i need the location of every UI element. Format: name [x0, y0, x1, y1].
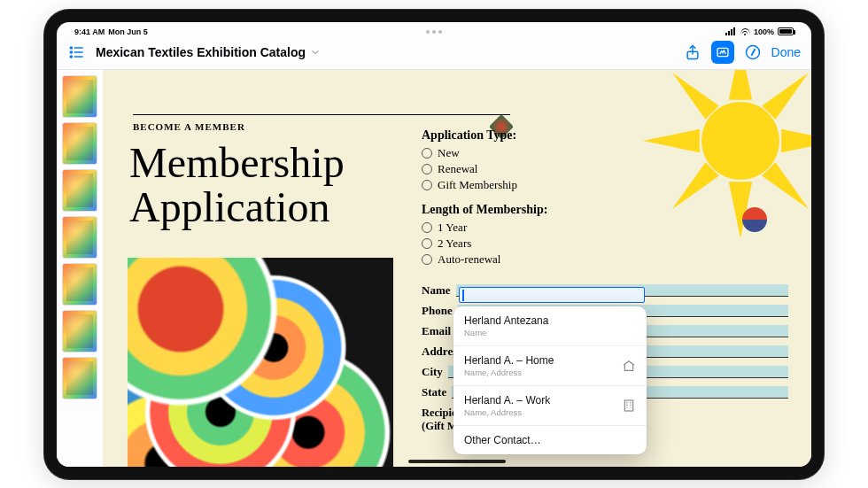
- thumbnail-page-6[interactable]: [62, 310, 97, 352]
- radio-icon: [422, 180, 432, 190]
- markup-button[interactable]: [711, 41, 734, 64]
- radio-icon: [422, 238, 432, 249]
- done-button[interactable]: Done: [771, 45, 801, 59]
- status-date: Mon Jun 5: [108, 27, 148, 36]
- thumbnail-page-2[interactable]: [62, 122, 97, 165]
- autofill-item-work[interactable]: Herland A. – Work Name, Address: [453, 386, 647, 426]
- document-title-dropdown[interactable]: Mexican Textiles Exhibition Catalog: [96, 45, 322, 59]
- application-type-label: Application Type:: [422, 128, 788, 143]
- svg-marker-10: [729, 70, 752, 100]
- radio-icon: [422, 164, 432, 174]
- autofill-other-contact[interactable]: Other Contact…: [453, 426, 647, 454]
- thumbnail-page-7[interactable]: [62, 357, 97, 399]
- autofill-popover: Herland Antezana Name Herland A. – Home …: [453, 306, 647, 454]
- radio-renewal[interactable]: Renewal: [422, 162, 788, 176]
- battery-percent: 100%: [754, 27, 774, 36]
- status-bar: 9:41 AM Mon Jun 5 100%: [57, 25, 811, 39]
- radio-2years[interactable]: 2 Years: [422, 236, 788, 251]
- share-button[interactable]: [683, 43, 702, 62]
- document-title-label: Mexican Textiles Exhibition Catalog: [96, 45, 306, 59]
- radio-icon: [422, 254, 432, 265]
- page-thumbnails: [57, 70, 103, 467]
- thumbnail-page-5[interactable]: [62, 263, 97, 306]
- toolbar: Mexican Textiles Exhibition Catalog Done: [57, 36, 811, 70]
- title-line-1: Membership: [129, 141, 345, 185]
- svg-marker-15: [762, 73, 809, 120]
- radio-icon: [422, 222, 432, 233]
- autofill-item-home[interactable]: Herland A. – Home Name, Address: [453, 346, 647, 386]
- svg-rect-18: [624, 400, 632, 411]
- thumbnail-page-3[interactable]: [62, 169, 97, 212]
- screen: 9:41 AM Mon Jun 5 100% Mexican Textiles …: [57, 22, 811, 467]
- textile-art-decoration: [128, 258, 393, 467]
- home-indicator[interactable]: [408, 460, 506, 463]
- length-label: Length of Membership:: [422, 203, 788, 217]
- markup-tools-button[interactable]: [743, 43, 763, 62]
- name-input-active[interactable]: [459, 287, 645, 303]
- svg-marker-14: [672, 73, 719, 120]
- ipad-frame: 9:41 AM Mon Jun 5 100% Mexican Textiles …: [44, 10, 824, 479]
- chevron-down-icon: [309, 46, 322, 58]
- content-area: BECOME A MEMBER Membership Application A…: [57, 70, 811, 467]
- wifi-icon: [740, 28, 750, 35]
- become-member-label: BECOME A MEMBER: [133, 121, 245, 132]
- svg-point-4: [70, 56, 72, 58]
- svg-point-2: [70, 51, 72, 53]
- title-line-2: Application: [129, 185, 345, 229]
- thumbnail-page-1[interactable]: [62, 75, 97, 118]
- building-icon: [622, 399, 636, 413]
- document-page[interactable]: BECOME A MEMBER Membership Application A…: [103, 70, 811, 467]
- radio-auto[interactable]: Auto-renewal: [422, 252, 788, 267]
- radio-1year[interactable]: 1 Year: [422, 221, 788, 235]
- thumbnail-page-4[interactable]: [62, 216, 97, 259]
- text-caret: [462, 290, 464, 301]
- home-icon: [622, 359, 636, 373]
- cell-signal-icon: [725, 27, 735, 35]
- svg-point-0: [70, 47, 72, 49]
- status-time: 9:41 AM: [74, 27, 105, 36]
- radio-icon: [422, 148, 432, 159]
- radio-gift[interactable]: Gift Membership: [422, 178, 788, 192]
- battery-icon: [778, 27, 794, 35]
- autofill-item-contact[interactable]: Herland Antezana Name: [453, 306, 647, 346]
- multitask-dots[interactable]: [426, 30, 442, 34]
- page-title: Membership Application: [129, 141, 345, 230]
- sidebar-toggle-button[interactable]: [67, 43, 87, 62]
- radio-new[interactable]: New: [422, 146, 788, 160]
